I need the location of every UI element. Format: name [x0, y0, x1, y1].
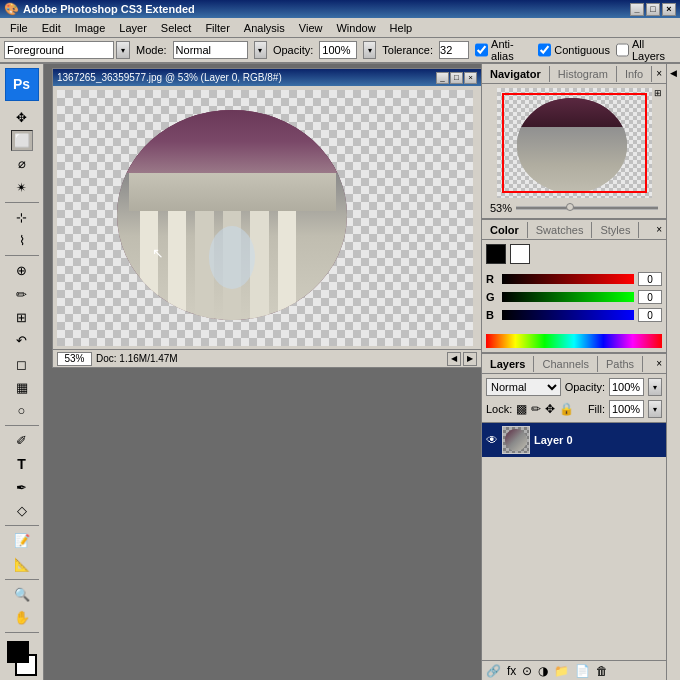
background-swatch[interactable] — [510, 244, 530, 264]
color-panel-close[interactable]: × — [656, 224, 662, 235]
tool-pen[interactable]: ✒ — [11, 477, 33, 498]
tab-swatches[interactable]: Swatches — [528, 222, 593, 238]
layer-opacity-input[interactable]: 100% — [609, 378, 644, 396]
tool-lasso[interactable]: ⌀ — [11, 153, 33, 174]
tool-hand[interactable]: ✋ — [11, 607, 33, 628]
menu-file[interactable]: File — [4, 21, 34, 35]
tab-histogram[interactable]: Histogram — [550, 66, 617, 82]
tab-styles[interactable]: Styles — [592, 222, 639, 238]
navigator-expand[interactable]: ⊞ — [654, 88, 662, 98]
tool-marquee[interactable]: ⬜ — [11, 130, 33, 151]
doc-nav-left[interactable]: ◀ — [447, 352, 461, 366]
lock-move-icon[interactable]: ✥ — [545, 402, 555, 416]
zoom-slider[interactable] — [516, 206, 658, 210]
maximize-button[interactable]: □ — [646, 3, 660, 16]
tool-move[interactable]: ✥ — [11, 107, 33, 128]
tab-info[interactable]: Info — [617, 66, 652, 82]
menu-layer[interactable]: Layer — [113, 21, 153, 35]
fx-icon[interactable]: fx — [507, 664, 516, 678]
tool-gradient[interactable]: ▦ — [11, 377, 33, 398]
foreground-color-box[interactable] — [7, 641, 29, 663]
fill-dropdown[interactable]: ▾ — [648, 400, 662, 418]
doc-minimize-btn[interactable]: _ — [436, 72, 449, 84]
new-group-icon[interactable]: 📁 — [554, 664, 569, 678]
mode-select[interactable]: Normal — [173, 41, 248, 59]
opacity-input[interactable]: 100% — [319, 41, 357, 59]
blue-value[interactable]: 0 — [638, 308, 662, 322]
tool-notes[interactable]: 📝 — [11, 530, 33, 551]
tool-preset-box[interactable]: Foreground — [4, 41, 114, 59]
canvas-area[interactable]: 1367265_36359577.jpg @ 53% (Layer 0, RGB… — [44, 64, 481, 680]
tool-path[interactable]: ✐ — [11, 430, 33, 451]
tool-magic-wand[interactable]: ✴ — [11, 177, 33, 198]
navigator-close[interactable]: × — [656, 68, 662, 79]
tool-history[interactable]: ↶ — [11, 330, 33, 351]
green-value[interactable]: 0 — [638, 290, 662, 304]
add-mask-icon[interactable]: ⊙ — [522, 664, 532, 678]
blue-slider[interactable] — [502, 310, 634, 320]
minimize-button[interactable]: _ — [630, 3, 644, 16]
layers-panel-close[interactable]: × — [656, 358, 662, 369]
tool-crop[interactable]: ⊹ — [11, 207, 33, 228]
menu-view[interactable]: View — [293, 21, 329, 35]
red-value[interactable]: 0 — [638, 272, 662, 286]
tool-eraser[interactable]: ◻ — [11, 353, 33, 374]
menu-image[interactable]: Image — [69, 21, 112, 35]
tool-zoom[interactable]: 🔍 — [11, 584, 33, 605]
red-slider[interactable] — [502, 274, 634, 284]
tool-measure[interactable]: 📐 — [11, 553, 33, 574]
layer-fill-input[interactable]: 100% — [609, 400, 644, 418]
foreground-swatch[interactable] — [486, 244, 506, 264]
tool-preset-dropdown[interactable]: ▾ — [116, 41, 130, 59]
tool-separator-6 — [5, 632, 39, 633]
all-layers-checkbox[interactable] — [616, 41, 629, 59]
tab-navigator[interactable]: Navigator — [482, 66, 550, 82]
menu-select[interactable]: Select — [155, 21, 198, 35]
opacity-dropdown[interactable]: ▾ — [648, 378, 662, 396]
collapse-button[interactable]: ◀ — [670, 68, 677, 78]
menu-help[interactable]: Help — [384, 21, 419, 35]
layer-eye-icon[interactable]: 👁 — [486, 433, 498, 447]
new-layer-icon[interactable]: 📄 — [575, 664, 590, 678]
new-adjustment-icon[interactable]: ◑ — [538, 664, 548, 678]
contiguous-checkbox[interactable] — [538, 41, 551, 59]
layer-item[interactable]: 👁 Layer 0 — [482, 423, 666, 457]
blend-mode-select[interactable]: Normal — [486, 378, 561, 396]
link-layers-icon[interactable]: 🔗 — [486, 664, 501, 678]
anti-alias-checkbox[interactable] — [475, 41, 488, 59]
lock-transparent-icon[interactable]: ▩ — [516, 402, 527, 416]
zoom-display[interactable]: 53% — [57, 352, 92, 366]
opacity-dropdown[interactable]: ▾ — [363, 41, 376, 59]
document-window: 1367265_36359577.jpg @ 53% (Layer 0, RGB… — [52, 68, 481, 368]
doc-canvas[interactable]: ↖ — [57, 90, 473, 346]
doc-close-btn[interactable]: × — [464, 72, 477, 84]
doc-maximize-btn[interactable]: □ — [450, 72, 463, 84]
tool-clone[interactable]: ⊞ — [11, 307, 33, 328]
opacity-label: Opacity: — [565, 381, 605, 393]
mode-dropdown[interactable]: ▾ — [254, 41, 267, 59]
tool-type[interactable]: T — [11, 453, 33, 474]
tool-healing[interactable]: ⊕ — [11, 260, 33, 281]
tool-shape[interactable]: ◇ — [11, 500, 33, 521]
tool-brush[interactable]: ✏ — [11, 284, 33, 305]
lock-paint-icon[interactable]: ✏ — [531, 402, 541, 416]
tool-eyedropper[interactable]: ⌇ — [11, 230, 33, 251]
tool-dodge[interactable]: ○ — [11, 400, 33, 421]
menu-edit[interactable]: Edit — [36, 21, 67, 35]
doc-title-bar: 1367265_36359577.jpg @ 53% (Layer 0, RGB… — [53, 69, 481, 86]
tab-channels[interactable]: Channels — [534, 356, 597, 372]
tab-color[interactable]: Color — [482, 222, 528, 238]
close-button[interactable]: × — [662, 3, 676, 16]
doc-nav-right[interactable]: ▶ — [463, 352, 477, 366]
lock-all-icon[interactable]: 🔒 — [559, 402, 574, 416]
menu-analysis[interactable]: Analysis — [238, 21, 291, 35]
menu-window[interactable]: Window — [330, 21, 381, 35]
tab-paths[interactable]: Paths — [598, 356, 643, 372]
menu-filter[interactable]: Filter — [199, 21, 235, 35]
green-slider[interactable] — [502, 292, 634, 302]
tab-layers[interactable]: Layers — [482, 356, 534, 372]
color-spectrum[interactable] — [486, 334, 662, 348]
contiguous-label: Contiguous — [554, 44, 610, 56]
tolerance-input[interactable] — [439, 41, 469, 59]
delete-layer-icon[interactable]: 🗑 — [596, 664, 608, 678]
